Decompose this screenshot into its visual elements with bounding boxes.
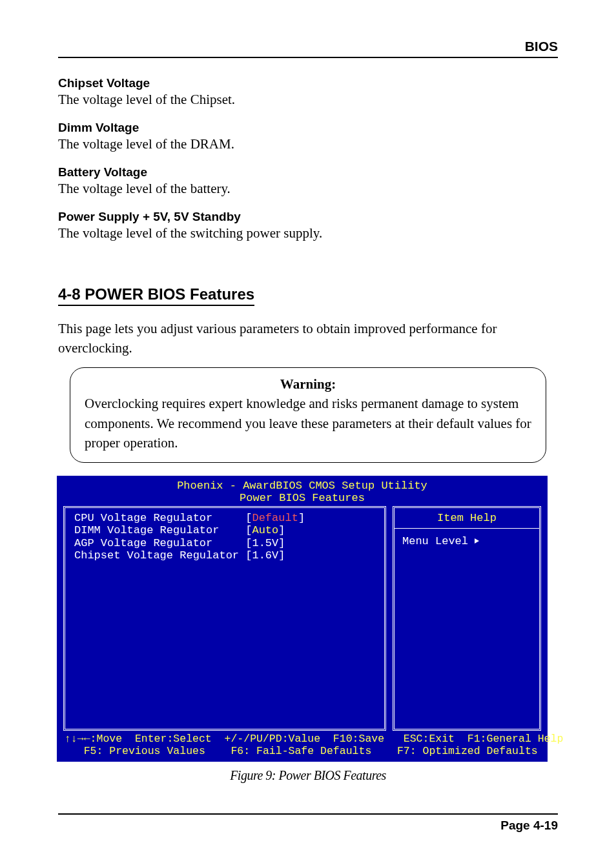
- bios-help-title: Item Help: [395, 508, 539, 529]
- page: BIOS Chipset Voltage The voltage level o…: [0, 0, 616, 865]
- page-number: Page 4-19: [58, 813, 558, 833]
- bios-settings-panel: CPU Voltage Regulator [Default] DIMM Vol…: [63, 506, 386, 731]
- bios-menu-level: Menu Level: [395, 529, 539, 555]
- bios-body: CPU Voltage Regulator [Default] DIMM Vol…: [57, 506, 548, 731]
- definition-block: Dimm Voltage The voltage level of the DR…: [58, 121, 558, 152]
- def-title: Dimm Voltage: [58, 121, 558, 135]
- bios-footer: ↑↓→←:Move Enter:Select +/-/PU/PD:Value F…: [57, 731, 548, 759]
- bios-value: Auto: [252, 524, 278, 536]
- section-heading: 4-8 POWER BIOS Features: [58, 285, 254, 306]
- def-title: Chipset Voltage: [58, 76, 558, 90]
- bios-setting-row: AGP Voltage Regulator [1.5V]: [74, 537, 378, 550]
- definition-block: Battery Voltage The voltage level of the…: [58, 165, 558, 197]
- definition-block: Chipset Voltage The voltage level of the…: [58, 76, 558, 108]
- def-body: The voltage level of the DRAM.: [58, 136, 558, 152]
- bios-help-panel: Item Help Menu Level: [393, 506, 541, 731]
- warning-box: Warning: Overclocking requires expert kn…: [70, 367, 546, 463]
- chevron-right-icon: [475, 538, 479, 544]
- bios-setting-row: CPU Voltage Regulator [Default]: [74, 512, 378, 525]
- bios-title: Phoenix - AwardBIOS CMOS Setup Utility P…: [57, 476, 548, 506]
- bios-value: Default: [252, 512, 298, 524]
- page-footer: Page 4-19: [58, 813, 558, 833]
- section-body: This page lets you adjust various parame…: [58, 319, 558, 358]
- def-body: The voltage level of the battery.: [58, 181, 558, 197]
- header-title: BIOS: [58, 39, 558, 57]
- warning-label: Warning:: [85, 374, 531, 394]
- def-title: Power Supply + 5V, 5V Standby: [58, 210, 558, 224]
- bios-value: 1.5V: [252, 537, 278, 549]
- bios-setting-row: DIMM Voltage Regulator [Auto]: [74, 524, 378, 537]
- def-title: Battery Voltage: [58, 165, 558, 179]
- bios-screenshot: Phoenix - AwardBIOS CMOS Setup Utility P…: [57, 476, 548, 762]
- def-body: The voltage level of the Chipset.: [58, 92, 558, 108]
- warning-text: Overclocking requires expert knowledge a…: [85, 396, 531, 451]
- def-body: The voltage level of the switching power…: [58, 225, 558, 241]
- figure-caption: Figure 9: Power BIOS Features: [58, 768, 558, 783]
- definition-block: Power Supply + 5V, 5V Standby The voltag…: [58, 210, 558, 241]
- bios-setting-row: Chipset Voltage Regulator [1.6V]: [74, 549, 378, 562]
- bios-value: 1.6V: [252, 549, 278, 562]
- header-rule: BIOS: [58, 39, 558, 58]
